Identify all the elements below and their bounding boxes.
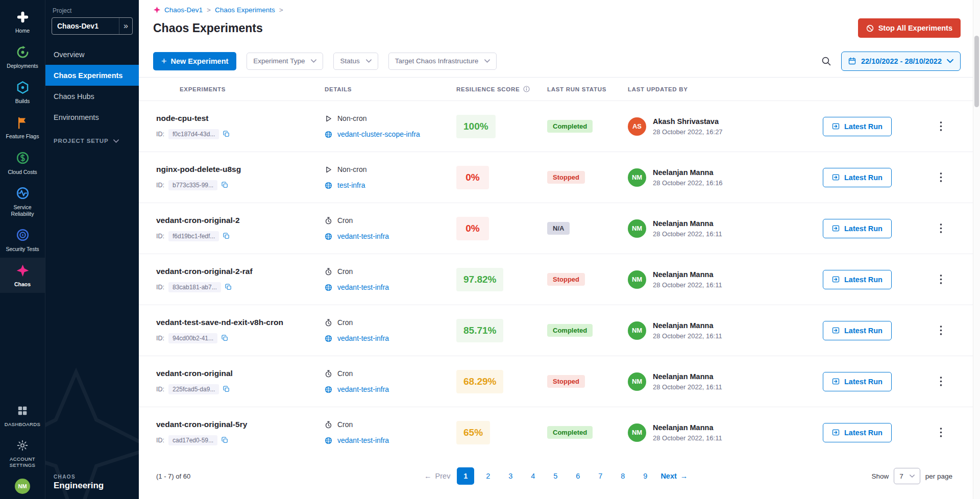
- page-button-7[interactable]: 7: [592, 467, 609, 485]
- user-avatar[interactable]: AS: [628, 117, 646, 136]
- sidebar-item-chaos-experiments[interactable]: Chaos Experiments: [45, 65, 139, 86]
- sidebar-module-cloud-costs[interactable]: Cloud Costs: [0, 145, 45, 181]
- page-button-1[interactable]: 1: [457, 467, 474, 485]
- row-menu-icon[interactable]: [937, 426, 945, 439]
- sidebar-module-feature-flags[interactable]: Feature Flags: [0, 110, 45, 145]
- user-avatar[interactable]: NM: [628, 372, 646, 391]
- status-badge: Completed: [547, 120, 593, 133]
- infrastructure-link[interactable]: vedant-test-infra: [337, 232, 389, 240]
- infrastructure-link[interactable]: vedant-test-infra: [337, 385, 389, 393]
- copy-icon[interactable]: [223, 131, 230, 137]
- date-range-button[interactable]: 22/10/2022 - 28/10/2022: [841, 52, 961, 71]
- infrastructure-link[interactable]: test-infra: [337, 181, 365, 189]
- copy-icon[interactable]: [222, 437, 228, 443]
- collapse-sidebar-icon[interactable]: »: [119, 18, 132, 34]
- page-button-6[interactable]: 6: [569, 467, 586, 485]
- sidebar-module-home[interactable]: Home: [0, 4, 45, 39]
- latest-run-button[interactable]: Latest Run: [823, 270, 892, 289]
- row-menu-icon[interactable]: [937, 323, 945, 337]
- user-avatar[interactable]: NM: [628, 219, 646, 238]
- row-menu-icon[interactable]: [937, 170, 945, 184]
- module-label: Feature Flags: [6, 133, 39, 140]
- row-menu-icon[interactable]: [937, 221, 945, 235]
- per-page-select[interactable]: 7: [894, 468, 920, 484]
- page-button-4[interactable]: 4: [524, 467, 542, 485]
- page-button-8[interactable]: 8: [614, 467, 631, 485]
- infrastructure-link[interactable]: vedant-test-infra: [337, 334, 389, 342]
- page-button-3[interactable]: 3: [502, 467, 519, 485]
- infrastructure-link[interactable]: vedant-cluster-scope-infra: [337, 130, 420, 138]
- user-avatar[interactable]: NM: [628, 321, 646, 340]
- scrollbar-thumb[interactable]: [974, 36, 979, 107]
- toolbar-right: 22/10/2022 - 28/10/2022: [821, 52, 961, 71]
- experiment-id-row: ID: cad17ed0-59...: [156, 435, 325, 445]
- scrollbar[interactable]: [973, 0, 980, 499]
- user-avatar[interactable]: NM: [628, 168, 646, 187]
- search-icon[interactable]: [821, 56, 831, 66]
- user-avatar[interactable]: NM: [15, 479, 30, 494]
- sidebar-item-dashboards[interactable]: DASHBOARDS: [2, 398, 43, 433]
- page-button-2[interactable]: 2: [479, 467, 497, 485]
- row-menu-icon[interactable]: [937, 272, 945, 286]
- row-menu-icon[interactable]: [937, 119, 945, 133]
- sidebar-item-chaos-hubs[interactable]: Chaos Hubs: [45, 86, 139, 107]
- stop-all-experiments-button[interactable]: Stop All Experiments: [858, 18, 961, 38]
- sidebar-module-service-reliability[interactable]: Service Reliability: [0, 181, 45, 222]
- experiment-name[interactable]: vedant-test-save-nd-exit-v8h-cron: [156, 318, 325, 327]
- updated-date: 28 October 2022, 16:11: [653, 332, 722, 340]
- info-icon[interactable]: [523, 86, 530, 92]
- project-name-input[interactable]: [52, 22, 119, 30]
- row-menu-icon[interactable]: [937, 375, 945, 388]
- status-badge: Completed: [547, 426, 593, 439]
- latest-run-button[interactable]: Latest Run: [823, 117, 892, 136]
- builds-icon: [15, 80, 30, 95]
- infrastructure-link[interactable]: vedant-test-infra: [337, 436, 389, 444]
- user-avatar[interactable]: NM: [628, 423, 646, 442]
- latest-run-label: Latest Run: [844, 429, 883, 437]
- experiment-name[interactable]: vedant-cron-original-5ry: [156, 420, 325, 429]
- experiment-name[interactable]: vedant-cron-original-2: [156, 216, 325, 225]
- sidebar-item-environments[interactable]: Environments: [45, 107, 139, 128]
- copy-icon[interactable]: [222, 335, 228, 341]
- latest-run-button[interactable]: Latest Run: [823, 321, 892, 340]
- latest-run-button[interactable]: Latest Run: [823, 219, 892, 238]
- prev-page-button[interactable]: ← Prev: [424, 472, 450, 480]
- experiment-name[interactable]: node-cpu-test: [156, 114, 325, 123]
- copy-icon[interactable]: [225, 284, 232, 290]
- new-experiment-button[interactable]: + New Experiment: [153, 52, 236, 70]
- breadcrumb-link-chaos-experiments[interactable]: Chaos Experiments: [215, 6, 275, 14]
- copy-icon[interactable]: [223, 233, 230, 239]
- sidebar-item-overview[interactable]: Overview: [45, 44, 139, 65]
- deployments-icon: [15, 44, 30, 60]
- per-page-controls: Show 7 per page: [871, 468, 952, 484]
- latest-run-button[interactable]: Latest Run: [823, 423, 892, 442]
- filter-status[interactable]: Status: [333, 53, 378, 70]
- latest-run-button[interactable]: Latest Run: [823, 372, 892, 391]
- page-button-5[interactable]: 5: [547, 467, 564, 485]
- copy-icon[interactable]: [223, 386, 230, 392]
- filter-target-chaos-infrastructure[interactable]: Target Chaos Infrastructure: [388, 53, 497, 70]
- experiment-name[interactable]: vedant-cron-original-2-raf: [156, 267, 325, 276]
- sidebar-item-account-settings[interactable]: ACCOUNT SETTINGS: [2, 433, 43, 473]
- sidebar-module-security-tests[interactable]: Security Tests: [0, 222, 45, 258]
- sidebar-module-chaos[interactable]: Chaos: [0, 258, 45, 293]
- experiment-row: vedant-cron-original ID: 225fcad5-da9...…: [139, 356, 973, 407]
- infrastructure-link[interactable]: vedant-test-infra: [337, 283, 389, 291]
- page-button-9[interactable]: 9: [636, 467, 654, 485]
- user-name: Neelanjan Manna: [653, 321, 722, 330]
- next-page-button[interactable]: Next →: [660, 472, 688, 480]
- experiment-name[interactable]: vedant-cron-original: [156, 369, 325, 378]
- resilience-score: 65%: [456, 421, 490, 444]
- project-setup-toggle[interactable]: PROJECT SETUP: [45, 128, 139, 154]
- breadcrumb-separator: >: [279, 6, 283, 14]
- latest-run-button[interactable]: Latest Run: [823, 168, 892, 187]
- filter-experiment-type[interactable]: Experiment Type: [247, 53, 323, 70]
- sidebar-module-builds[interactable]: Builds: [0, 74, 45, 110]
- experiment-name[interactable]: nginx-pod-delete-u8sg: [156, 165, 325, 174]
- chevron-down-icon: [366, 59, 372, 63]
- copy-icon[interactable]: [222, 182, 228, 188]
- experiment-row: vedant-cron-original-5ry ID: cad17ed0-59…: [139, 407, 973, 456]
- breadcrumb-link-chaos-dev1[interactable]: Chaos-Dev1: [164, 6, 203, 14]
- user-avatar[interactable]: NM: [628, 270, 646, 289]
- sidebar-module-deployments[interactable]: Deployments: [0, 39, 45, 74]
